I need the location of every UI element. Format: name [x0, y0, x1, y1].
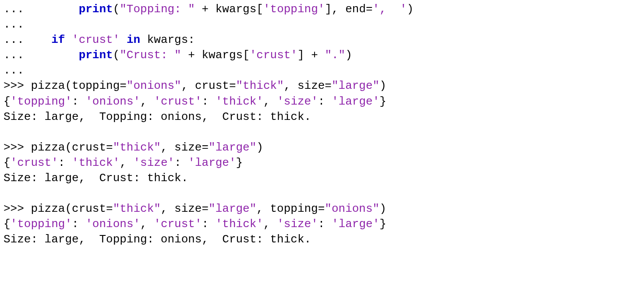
expr: , size=: [284, 79, 332, 92]
expr: , size=: [161, 202, 209, 215]
str: "Topping: ": [120, 3, 195, 16]
expr: , crust=: [181, 79, 236, 92]
colon: :: [202, 217, 216, 231]
output-line: Size: large, Topping: onions, Crust: thi…: [4, 233, 311, 246]
dict-key: 'size': [133, 156, 174, 169]
comma: ,: [140, 95, 154, 108]
colon: :: [318, 95, 332, 108]
dict-val: 'thick': [216, 95, 263, 108]
brace: }: [236, 156, 243, 169]
brace: {: [4, 156, 11, 169]
kw-if: if: [51, 33, 65, 46]
dict-key: 'crust': [154, 95, 202, 108]
expr: + kwargs[: [195, 3, 263, 16]
expr: kwargs:: [140, 33, 195, 46]
code-block: ... print("Topping: " + kwargs['topping'…: [0, 0, 644, 251]
paren: (: [113, 3, 120, 16]
dict-val: 'thick': [216, 217, 263, 231]
str: "large": [209, 202, 256, 215]
brace: {: [4, 217, 11, 231]
cont-dots: ...: [4, 33, 24, 46]
kw-in: in: [127, 33, 140, 46]
dict-val: 'large': [332, 95, 379, 108]
repl-call: >>> pizza(topping=: [4, 79, 127, 92]
cont-dots: ...: [4, 64, 24, 77]
expr: ], end=: [325, 3, 372, 16]
comma: ,: [120, 156, 133, 169]
dict-val: 'onions': [85, 217, 140, 231]
str: 'crust': [250, 49, 297, 62]
str: ".": [325, 49, 345, 62]
dict-key: 'crust': [154, 217, 202, 231]
paren: ): [379, 79, 386, 92]
str: 'crust': [65, 33, 126, 46]
brace: }: [379, 217, 386, 231]
dict-key: 'topping': [11, 95, 72, 108]
brace: {: [4, 95, 11, 108]
expr: , topping=: [256, 202, 325, 215]
str: "thick": [236, 79, 284, 92]
str: ', ': [373, 3, 407, 16]
expr: , size=: [161, 141, 209, 154]
colon: :: [58, 156, 72, 169]
dict-key: 'size': [277, 217, 318, 231]
paren: ): [379, 202, 386, 215]
dict-val: 'onions': [85, 95, 140, 108]
output-line: Size: large, Crust: thick.: [4, 172, 188, 185]
colon: :: [72, 217, 85, 231]
dict-val: 'large': [332, 217, 379, 231]
cont-dots: ...: [4, 3, 24, 16]
paren: ): [407, 3, 414, 16]
str: "Crust: ": [120, 49, 181, 62]
colon: :: [318, 217, 332, 231]
cont-dots: ...: [4, 18, 24, 31]
str: "large": [332, 79, 379, 92]
dict-val: 'large': [188, 156, 236, 169]
colon: :: [174, 156, 188, 169]
colon: :: [72, 95, 85, 108]
expr: + kwargs[: [181, 49, 250, 62]
str: "large": [209, 141, 256, 154]
colon: :: [202, 95, 216, 108]
repl-call: >>> pizza(crust=: [4, 202, 113, 215]
comma: ,: [263, 217, 277, 231]
brace: }: [379, 95, 386, 108]
str: "thick": [113, 202, 161, 215]
repl-call: >>> pizza(crust=: [4, 141, 113, 154]
str: 'topping': [263, 3, 325, 16]
paren: ): [345, 49, 352, 62]
paren: ): [256, 141, 263, 154]
str: "thick": [113, 141, 161, 154]
expr: ] +: [297, 49, 325, 62]
dict-key: 'size': [277, 95, 318, 108]
comma: ,: [140, 217, 154, 231]
dict-key: 'crust': [11, 156, 58, 169]
paren: (: [113, 49, 120, 62]
str: "onions": [127, 79, 181, 92]
dict-val: 'thick': [72, 156, 120, 169]
kw-print: print: [79, 3, 113, 16]
output-line: Size: large, Topping: onions, Crust: thi…: [4, 110, 311, 123]
str: "onions": [325, 202, 379, 215]
kw-print: print: [79, 49, 113, 62]
cont-dots: ...: [4, 49, 24, 62]
dict-key: 'topping': [11, 217, 72, 231]
comma: ,: [263, 95, 277, 108]
